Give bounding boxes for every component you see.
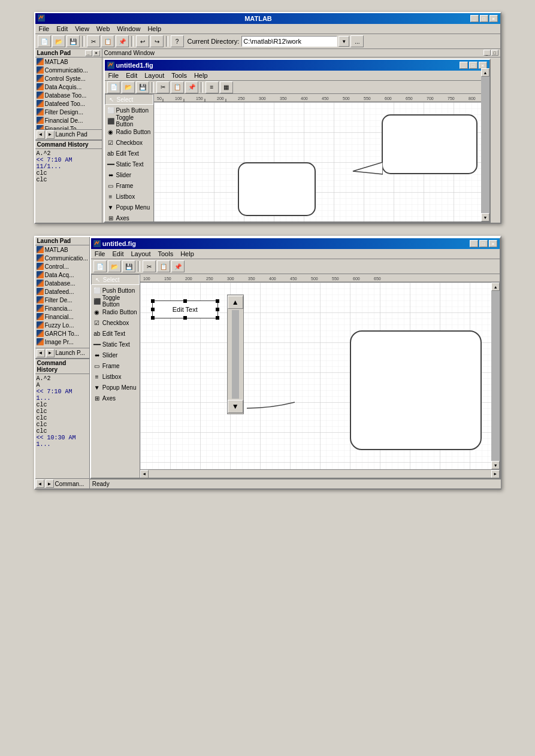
close-button[interactable]: × (489, 15, 498, 22)
menu-web[interactable]: Web (94, 25, 112, 33)
fig1-grid[interactable]: ▦ (220, 81, 233, 93)
launch-item-db[interactable]: Database Too... (35, 91, 102, 99)
tool-toggle-button[interactable]: ⬛ Toggle Button (105, 116, 153, 126)
s2-nav-back[interactable]: ◄ (37, 349, 45, 357)
tool-edit-text[interactable]: ab Edit Text (105, 148, 153, 159)
scroll-right-btn[interactable]: ► (491, 470, 500, 478)
s2-item-datafeed[interactable]: Datafeed... (35, 287, 89, 296)
fig1-menu-file[interactable]: File (106, 71, 122, 80)
launch-item-control[interactable]: Control Syste... (35, 74, 102, 83)
fig2-menu-file[interactable]: File (92, 250, 108, 258)
s2-item-control[interactable]: Control... (35, 262, 89, 271)
tool-radio[interactable]: ◉ Radio Button (105, 126, 153, 137)
fig2-tool-edittext[interactable]: ab Edit Text (91, 328, 140, 339)
tool-listbox[interactable]: ≡ Listbox (105, 191, 153, 202)
cw-minimize[interactable]: _ (483, 50, 491, 56)
fig1-menu-layout[interactable]: Layout (142, 71, 167, 80)
fig2-tool-select[interactable]: ↖ Select (91, 274, 140, 285)
fig1-canvas[interactable] (154, 102, 489, 221)
fig2-menu-layout[interactable]: Layout (128, 250, 153, 258)
fig2-canvas[interactable]: Edit Text (140, 283, 500, 469)
slider-widget-v[interactable]: ▲ ▼ (227, 294, 244, 414)
launch-item-datafeed[interactable]: Datafeed Too... (35, 99, 102, 108)
s2-item-image[interactable]: Image Pr... (35, 338, 89, 346)
fig2-cut[interactable]: ✂ (143, 260, 156, 272)
fig1-max[interactable]: □ (469, 62, 477, 69)
s2-item-db[interactable]: Database... (35, 279, 89, 287)
redo-btn[interactable]: ↪ (150, 35, 164, 47)
tool-slider[interactable]: ⬌ Slider (105, 169, 153, 180)
fig2-tool-check[interactable]: ☑ Checkbox (91, 317, 140, 328)
fig2-close[interactable]: × (489, 240, 497, 247)
fig2-tool-listbox[interactable]: ≡ Listbox (91, 371, 140, 382)
s2-item-filter[interactable]: Filter De... (35, 296, 89, 304)
tool-static-text[interactable]: ━━ Static Text (105, 159, 153, 169)
nav-fwd[interactable]: ► (46, 130, 55, 139)
s2-item-fin1[interactable]: Financia... (35, 304, 89, 312)
tool-frame[interactable]: ▭ Frame (105, 180, 153, 191)
launch-item-financial2[interactable]: Financial To... (35, 125, 102, 129)
dir-input[interactable] (241, 36, 337, 47)
fig2-copy[interactable]: 📋 (157, 260, 170, 272)
menu-view[interactable]: View (72, 25, 92, 33)
menu-file[interactable]: File (37, 25, 52, 33)
menu-edit[interactable]: Edit (54, 25, 70, 33)
maximize-button[interactable]: □ (480, 15, 488, 22)
browse-btn[interactable]: ... (350, 35, 364, 47)
handle-tm[interactable] (183, 299, 187, 303)
s2-item-fuzzy[interactable]: Fuzzy Lo... (35, 321, 89, 329)
fig1-min[interactable]: _ (460, 62, 468, 69)
new-btn[interactable]: 📄 (38, 35, 51, 47)
s2-item-fin2[interactable]: Financial... (35, 312, 89, 321)
fig2-scroll-down[interactable]: ▼ (491, 461, 500, 469)
fig2-tool-toggle[interactable]: ⬛ Toggle Button (91, 296, 140, 306)
fig2-paste[interactable]: 📌 (171, 260, 185, 272)
fig2-tool-static[interactable]: ━━ Static Text (91, 339, 140, 350)
fig2-tool-slider[interactable]: ⬌ Slider (91, 350, 140, 360)
fig2-open[interactable]: 📂 (108, 260, 121, 272)
tool-select[interactable]: ↖ Select (105, 94, 153, 105)
menu-window[interactable]: Window (114, 25, 143, 33)
minimize-button[interactable]: _ (470, 15, 479, 22)
launch-item-filter[interactable]: Filter Design... (35, 108, 102, 116)
fig2-max[interactable]: □ (479, 240, 488, 247)
handle-mr[interactable] (216, 308, 219, 311)
handle-br[interactable] (216, 316, 219, 320)
fig2-menu-tools[interactable]: Tools (155, 250, 176, 258)
fig2-scroll-up[interactable]: ▲ (491, 283, 500, 291)
handle-bm[interactable] (183, 316, 187, 320)
tool-checkbox[interactable]: ☑ Checkbox (105, 137, 153, 148)
fig2-menu-help[interactable]: Help (178, 250, 197, 258)
s2-item-matlab[interactable]: MATLAB (35, 245, 89, 254)
fig2-tool-radio[interactable]: ◉ Radio Button (91, 306, 140, 317)
fig1-align[interactable]: ≡ (205, 81, 219, 93)
launch-item-matlab[interactable]: MATLAB (35, 57, 102, 66)
slider-down-arrow[interactable]: ▼ (228, 400, 243, 413)
slider-up-arrow[interactable]: ▲ (228, 296, 243, 309)
fig2-min[interactable]: _ (470, 240, 478, 247)
s2-item-comm[interactable]: Communicatio... (35, 254, 89, 262)
launch-item-financial1[interactable]: Financial De... (35, 116, 102, 125)
launch-item-comm[interactable]: Communicatio... (35, 66, 102, 74)
handle-bl[interactable] (151, 316, 155, 320)
tool-axes[interactable]: ⊞ Axes (105, 212, 153, 221)
fig2-tool-popup[interactable]: ▼ Popup Menu (91, 382, 140, 393)
s2-back2[interactable]: ◄ (36, 479, 44, 488)
fig2-tool-frame[interactable]: ▭ Frame (91, 360, 140, 371)
fig1-open[interactable]: 📂 (122, 81, 135, 93)
nav-back[interactable]: ◄ (37, 130, 45, 139)
undo-btn[interactable]: ↩ (136, 35, 149, 47)
s2-fwd2[interactable]: ► (46, 479, 54, 488)
handle-tl[interactable] (151, 299, 155, 303)
fig1-save[interactable]: 💾 (136, 81, 149, 93)
handle-tr[interactable] (216, 299, 219, 303)
fig1-menu-edit[interactable]: Edit (123, 71, 140, 80)
fig2-save[interactable]: 💾 (122, 260, 135, 272)
fig1-new[interactable]: 📄 (107, 81, 120, 93)
fig1-menu-help[interactable]: Help (192, 71, 210, 80)
scroll-left-btn[interactable]: ◄ (140, 470, 149, 478)
open-btn[interactable]: 📂 (52, 35, 65, 47)
paste-btn[interactable]: 📌 (116, 35, 129, 47)
fig2-menu-edit[interactable]: Edit (110, 250, 126, 258)
edit-text-widget[interactable]: Edit Text (152, 300, 218, 318)
